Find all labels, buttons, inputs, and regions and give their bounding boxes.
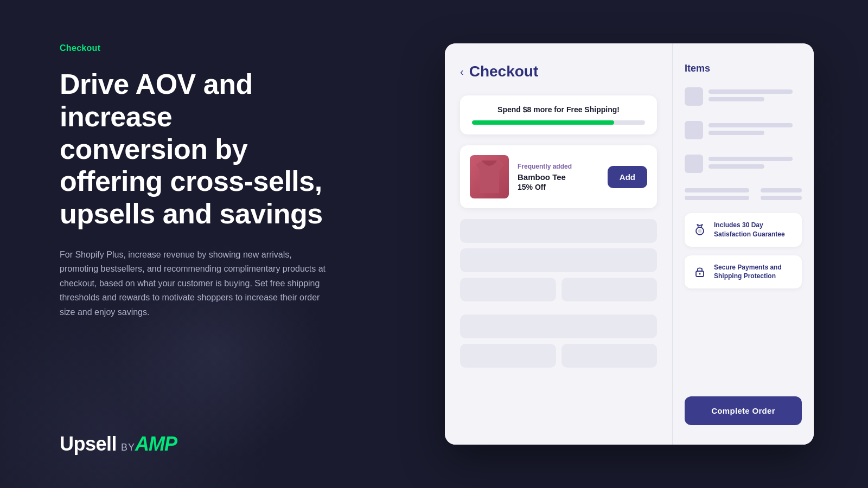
lock-icon [692,264,707,279]
brand-amp-text: AMP [135,433,177,455]
total-line-2 [685,196,802,200]
shipping-banner: Spend $8 more for Free Shipping! [460,95,657,134]
form-placeholder-4 [460,314,657,338]
svg-point-1 [698,229,702,233]
medal-icon [692,222,707,237]
item-line-2b [709,131,764,135]
guarantee-badge-text: Includes 30 Day Satisfaction Guarantee [714,221,794,239]
brand-by-text: BY [121,442,135,453]
checkout-header: ‹ Checkout [460,63,657,80]
checkout-panel: ‹ Checkout Spend $8 more for Free Shippi… [445,43,814,445]
item-line-3a [709,157,793,161]
item-thumbnail-2 [685,121,703,139]
section-label: Checkout [60,43,326,53]
item-lines-2 [709,121,802,135]
upsell-card: Frequently added Bamboo Tee 15% Off Add [460,145,657,208]
total-bar-2b [761,196,802,200]
headline: Drive AOV and increase conversion by off… [60,68,326,230]
progress-bar-fill [472,120,614,125]
form-placeholder-5a [460,344,556,368]
complete-order-button[interactable]: Complete Order [685,396,802,425]
totals-area [685,188,802,200]
form-placeholder-row-3 [460,278,657,301]
item-lines-1 [709,87,802,101]
item-line-1b [709,97,764,101]
item-line-1a [709,89,793,94]
left-content: Checkout Drive AOV and increase conversi… [60,43,326,433]
add-to-cart-button[interactable]: Add [608,166,647,188]
checkout-right-column: Items [673,43,814,445]
items-title: Items [685,63,802,74]
form-placeholder-2 [460,248,657,272]
form-placeholder-5b [561,344,658,368]
product-discount: 15% Off [518,183,599,191]
item-row-1 [685,87,802,106]
checkout-left-column: ‹ Checkout Spend $8 more for Free Shippi… [445,43,673,445]
form-placeholder-3b [561,278,658,301]
item-row-3 [685,155,802,173]
description: For Shopify Plus, increase revenue by sh… [60,248,326,319]
form-section-1 [460,219,657,301]
item-thumbnail-3 [685,155,703,173]
checkout-title: Checkout [469,63,539,80]
item-line-2a [709,123,793,127]
product-image [470,155,509,198]
total-line-1 [685,188,802,192]
back-chevron-icon[interactable]: ‹ [460,66,464,78]
form-section-2 [460,314,657,368]
brand-footer: Upsell BY AMP [60,433,326,455]
item-lines-3 [709,155,802,169]
form-placeholder-1 [460,219,657,243]
upsell-info: Frequently added Bamboo Tee 15% Off [518,163,599,191]
form-placeholder-3a [460,278,556,301]
left-panel: Checkout Drive AOV and increase conversi… [0,0,369,488]
checkout-inner: ‹ Checkout Spend $8 more for Free Shippi… [445,43,814,445]
item-row-2 [685,121,802,139]
product-name: Bamboo Tee [518,172,599,182]
frequently-added-label: Frequently added [518,163,599,170]
brand-upsell-text: Upsell [60,433,117,455]
form-placeholder-row-5 [460,344,657,368]
shipping-banner-text: Spend $8 more for Free Shipping! [472,105,645,114]
svg-point-3 [699,273,701,275]
total-bar-1b [761,188,802,192]
item-line-3b [709,164,764,169]
payments-badge-text: Secure Payments and Shipping Protection [714,263,794,281]
item-thumbnail-1 [685,87,703,106]
progress-bar-background [472,120,645,125]
total-bar-1a [685,188,749,192]
payments-badge: Secure Payments and Shipping Protection [685,255,802,289]
total-bar-2a [685,196,749,200]
guarantee-badge: Includes 30 Day Satisfaction Guarantee [685,213,802,247]
